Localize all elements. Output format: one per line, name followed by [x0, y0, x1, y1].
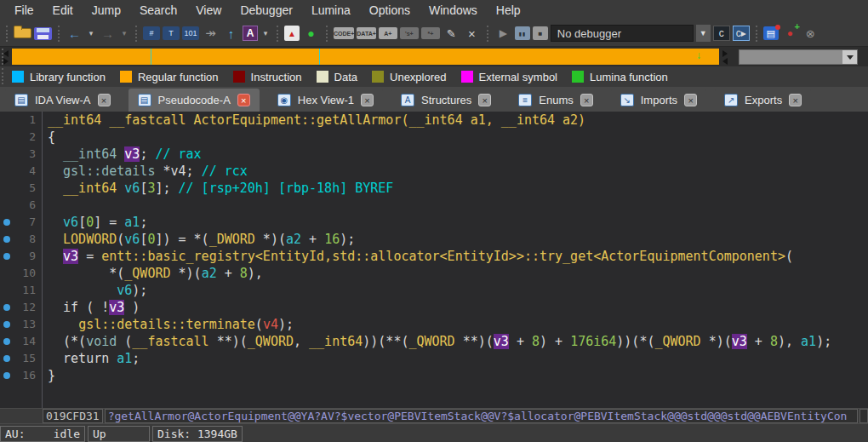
pseudocode-view[interactable]: 1__int64 __fastcall ActorEquipment::getA…: [0, 112, 868, 408]
autoanalysis-status: AU: idle: [0, 426, 85, 442]
create-struct-icon[interactable]: A+: [379, 27, 397, 39]
jump-up-icon[interactable]: ↑: [222, 24, 240, 43]
search-text-icon[interactable]: T: [163, 26, 180, 40]
navband-zoom-select[interactable]: [739, 49, 858, 65]
quick-debug-icon[interactable]: c▸: [733, 26, 750, 41]
debug-stop-icon[interactable]: ■: [533, 26, 548, 40]
tab-exports[interactable]: ↗Exports×: [715, 89, 811, 112]
open-file-icon[interactable]: [14, 28, 31, 38]
code-line[interactable]: 9 v3 = entt::basic_registry<EntityId,std…: [0, 248, 868, 265]
menu-search[interactable]: Search: [130, 2, 186, 19]
menu-file[interactable]: File: [5, 2, 43, 19]
undefine-icon[interactable]: ×: [463, 24, 481, 43]
hex-view-icon: ◉: [277, 94, 291, 106]
tab-ida-view-a[interactable]: ▤IDA View-A×: [5, 89, 120, 112]
tab-close-icon[interactable]: ×: [361, 94, 374, 106]
navband-scroll-left-icon[interactable]: [3, 49, 11, 66]
code-line[interactable]: 6: [0, 197, 868, 214]
save-file-icon[interactable]: [34, 27, 52, 40]
code-token: ;: [140, 146, 155, 162]
create-data-icon[interactable]: DATA+: [357, 27, 376, 39]
code-line[interactable]: 11 v6);: [0, 282, 868, 299]
edit-icon[interactable]: ✎: [443, 24, 460, 43]
tab-structures[interactable]: AStructures×: [391, 89, 500, 112]
search-immediate-icon[interactable]: #: [143, 26, 160, 40]
code-line[interactable]: 10 *(_QWORD *)(a2 + 8),: [0, 265, 868, 282]
debug-start-icon[interactable]: ▶: [494, 24, 512, 43]
names-icon[interactable]: A: [243, 26, 258, 41]
tab-pseudocode-a[interactable]: ▤Pseudocode-A×: [128, 89, 260, 112]
code-line[interactable]: 15 return a1;: [0, 350, 868, 367]
menu-debugger[interactable]: Debugger: [231, 2, 302, 19]
address-dot-empty: [0, 180, 13, 197]
menu-lumina[interactable]: Lumina: [302, 2, 360, 19]
code-line[interactable]: 3 __int64 v3; // rax: [0, 146, 868, 163]
tab-close-icon[interactable]: ×: [98, 94, 111, 106]
tab-close-icon[interactable]: ×: [684, 94, 697, 106]
menu-windows[interactable]: Windows: [420, 2, 487, 19]
line-number: 9: [13, 248, 42, 265]
code-line[interactable]: 16}: [0, 367, 868, 384]
legend-drag-handle[interactable]: [2, 68, 3, 84]
script-snippets-icon[interactable]: ▤: [763, 26, 779, 40]
code-line[interactable]: 14 (*(void (__fastcall **)(_QWORD, __int…: [0, 333, 868, 350]
tab-close-icon[interactable]: ×: [789, 94, 802, 106]
code-line[interactable]: 4 gsl::details *v4; // rcx: [0, 163, 868, 180]
tab-close-icon[interactable]: ×: [478, 94, 491, 106]
problems-icon[interactable]: ▲: [284, 26, 300, 41]
tab-enums[interactable]: ≡Enums×: [509, 89, 602, 112]
menu-options[interactable]: Options: [360, 2, 420, 19]
navband-zoom-dropdown-icon[interactable]: [842, 50, 857, 64]
external-symbol-swatch: [461, 71, 473, 83]
code-token: ]) = *(: [155, 232, 208, 247]
create-string-icon[interactable]: 's+: [400, 27, 419, 39]
attach-debugger-icon[interactable]: c: [713, 26, 730, 41]
code-token: (: [785, 249, 793, 264]
code-line[interactable]: 7 v6[0] = a1;: [0, 214, 868, 231]
menu-help[interactable]: Help: [487, 2, 530, 19]
navigate-back-icon[interactable]: ←: [66, 24, 83, 43]
debug-pause-icon[interactable]: ▮▮: [515, 26, 530, 40]
tab-hex-view-1[interactable]: ◉Hex View-1×: [268, 89, 383, 112]
menu-jump[interactable]: Jump: [83, 2, 130, 19]
code-line[interactable]: 1__int64 __fastcall ActorEquipment::getA…: [0, 112, 868, 129]
menu-view[interactable]: View: [186, 2, 231, 19]
names-dropdown-icon[interactable]: ▾: [260, 24, 271, 43]
breakpoints-icon[interactable]: ●: [781, 24, 799, 43]
code-line[interactable]: 12 if ( !v3 ): [0, 299, 868, 316]
toolbar-separator: [487, 26, 488, 42]
code-text: *(_QWORD *)(a2 + 8),: [42, 265, 263, 282]
menu-edit[interactable]: Edit: [43, 2, 83, 19]
code-line[interactable]: 8 LODWORD(v6[0]) = *(_DWORD *)(a2 + 16);: [0, 231, 868, 248]
create-array-icon[interactable]: *+: [421, 27, 440, 39]
code-token: v3: [494, 334, 509, 349]
debugger-select-dropdown-icon[interactable]: ▼: [696, 25, 711, 42]
code-line[interactable]: 13 gsl::details::terminate(v4);: [0, 316, 868, 333]
code-text: (*(void (__fastcall **)(_QWORD, __int64)…: [42, 333, 831, 350]
watches-icon[interactable]: ⊗: [802, 24, 819, 43]
code-text: }: [42, 367, 55, 384]
code-text: __int64 __fastcall ActorEquipment::getAl…: [42, 112, 585, 129]
tab-close-icon[interactable]: ×: [237, 94, 250, 106]
navigate-back-dropdown-icon[interactable]: ▾: [86, 24, 96, 43]
code-text: gsl::details::terminate(v4);: [42, 316, 294, 333]
address-dot-empty: [0, 163, 13, 180]
tab-imports[interactable]: ↘Imports×: [611, 89, 706, 112]
search-next-icon[interactable]: ↠: [202, 24, 220, 43]
navband-scroll-right-icon[interactable]: [722, 49, 730, 66]
navigate-forward-dropdown-icon[interactable]: ▾: [119, 24, 129, 43]
navigate-forward-icon[interactable]: →: [99, 24, 117, 43]
code-token: **)(: [455, 334, 494, 349]
code-token: *(: [48, 266, 124, 281]
tab-close-icon[interactable]: ×: [580, 94, 593, 106]
create-code-icon[interactable]: CODE+: [334, 27, 354, 39]
code-token: _DWORD: [209, 232, 255, 247]
code-line[interactable]: 5 __int64 v6[3]; // [rsp+20h] [rbp-18h] …: [0, 180, 868, 197]
debugger-select[interactable]: No debugger: [551, 25, 694, 42]
search-binary-icon[interactable]: 101: [182, 26, 199, 40]
line-number: 4: [13, 163, 42, 180]
navigation-band[interactable]: ↓: [12, 49, 719, 65]
instruction-swatch: [233, 71, 245, 83]
lumina-icon[interactable]: ●: [302, 24, 320, 43]
code-line[interactable]: 2{: [0, 129, 868, 146]
